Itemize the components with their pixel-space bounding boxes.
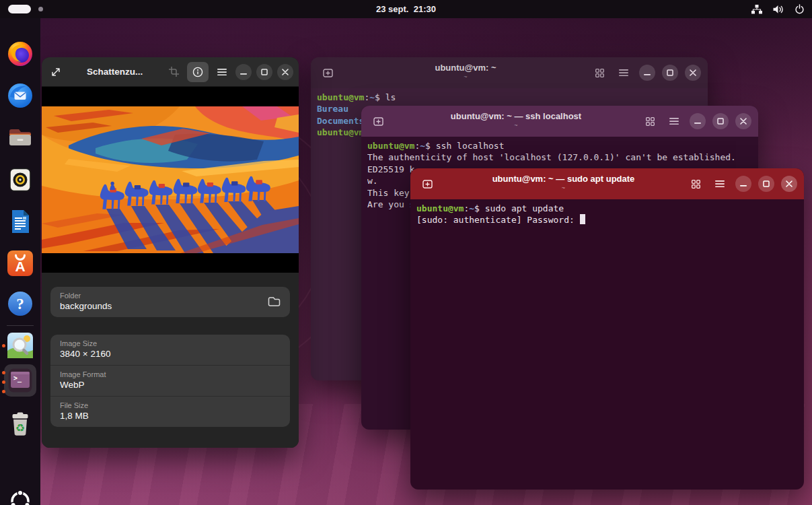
svg-text:>_: >_ xyxy=(13,374,22,382)
dock-item-terminal[interactable]: >_ xyxy=(7,368,33,393)
window-subtitle: ~ xyxy=(451,184,676,191)
terminal-title-block: ubuntu@vm: ~ — sudo apt update ~ xyxy=(451,173,676,191)
running-indicator-terminal-3 xyxy=(2,390,5,393)
maximize-button[interactable] xyxy=(758,176,774,192)
window-title: Schattenzu... xyxy=(87,67,143,77)
open-folder-icon[interactable] xyxy=(268,296,281,307)
running-indicator-image-viewer xyxy=(2,344,5,347)
crop-icon[interactable] xyxy=(165,63,182,81)
ubuntu-logo-icon[interactable] xyxy=(7,487,32,505)
tab-overview-icon[interactable] xyxy=(687,175,704,193)
svg-text:♻: ♻ xyxy=(15,422,25,434)
detail-row: Image Format WebP xyxy=(50,365,290,396)
minimize-button[interactable] xyxy=(235,64,252,80)
window-title: ubuntu@vm: ~ — sudo apt update xyxy=(451,173,676,184)
dock-item-files[interactable] xyxy=(7,125,33,150)
terminal-title-block: ubuntu@vm: ~ ~ xyxy=(351,62,580,80)
folder-label: Folder xyxy=(60,292,112,300)
folder-card: Folder backgrounds xyxy=(50,287,290,317)
system-status-area[interactable] xyxy=(751,4,805,15)
terminal-titlebar[interactable]: ubuntu@vm: ~ — sudo apt update ~ xyxy=(410,168,804,199)
close-icon[interactable] xyxy=(277,64,293,80)
properties-panel: Folder backgrounds Image Size 3840 × 216… xyxy=(42,272,299,448)
dock-item-thunderbird[interactable] xyxy=(7,83,33,108)
window-subtitle: ~ xyxy=(351,73,580,80)
maximize-button[interactable] xyxy=(712,113,729,129)
image-viewer-titlebar[interactable]: Schattenzu... xyxy=(42,57,299,87)
detail-value: 3840 × 2160 xyxy=(60,349,281,359)
new-tab-icon[interactable] xyxy=(369,112,387,130)
minimize-button[interactable] xyxy=(639,65,655,81)
dock-separator xyxy=(7,325,34,326)
close-icon[interactable] xyxy=(685,65,701,81)
svg-text:A: A xyxy=(15,259,25,274)
detail-label: File Size xyxy=(60,401,281,409)
menu-icon[interactable] xyxy=(711,175,729,193)
new-tab-icon[interactable] xyxy=(418,175,436,193)
menu-icon[interactable] xyxy=(213,63,231,81)
clock[interactable]: 23 sept. 21:30 xyxy=(0,4,812,14)
detail-value: WebP xyxy=(60,380,281,390)
new-tab-icon[interactable] xyxy=(319,64,336,81)
dock-item-rhythmbox[interactable] xyxy=(7,167,33,193)
maximize-button[interactable] xyxy=(662,65,678,81)
close-icon[interactable] xyxy=(735,113,751,129)
volume-icon[interactable] xyxy=(772,4,784,15)
dock-item-trash[interactable]: ♻ xyxy=(7,411,33,437)
dock-item-image-viewer[interactable] xyxy=(7,333,33,358)
menu-icon[interactable] xyxy=(615,64,632,81)
detail-label: Image Format xyxy=(60,370,281,378)
dock-item-firefox[interactable] xyxy=(7,41,33,67)
dock-item-help[interactable]: ? xyxy=(7,291,33,316)
terminal-titlebar[interactable]: ubuntu@vm: ~ ~ xyxy=(311,57,708,88)
image-canvas[interactable] xyxy=(42,87,299,272)
camel-caravan-image xyxy=(42,106,299,253)
window-terminal-sudo: ubuntu@vm: ~ — sudo apt update ~ ubuntu@… xyxy=(410,168,804,490)
network-icon[interactable] xyxy=(751,4,762,15)
properties-toggle-button[interactable] xyxy=(187,62,209,82)
close-icon[interactable] xyxy=(781,176,797,192)
detail-value: 1,8 MB xyxy=(60,411,281,421)
dock-item-libreoffice-writer[interactable] xyxy=(7,209,33,234)
terminal-titlebar[interactable]: ubuntu@vm: ~ — ssh localhost ~ xyxy=(361,106,758,137)
running-indicator-terminal-1 xyxy=(2,371,5,374)
running-indicator-terminal-2 xyxy=(2,380,5,384)
detail-label: Image Size xyxy=(60,339,281,347)
terminal-title-block: ubuntu@vm: ~ — ssh localhost ~ xyxy=(402,110,630,129)
window-title: ubuntu@vm: ~ xyxy=(351,62,580,73)
dock-item-app-center[interactable]: A xyxy=(7,250,33,276)
minimize-button[interactable] xyxy=(690,113,706,129)
image-details-group: Image Size 3840 × 2160 Image Format WebP… xyxy=(50,335,290,427)
dock: A ? >_ xyxy=(0,18,40,505)
detail-row: File Size 1,8 MB xyxy=(50,396,290,427)
power-icon[interactable] xyxy=(794,4,805,15)
window-image-viewer: Schattenzu... xyxy=(42,57,299,448)
maximize-button[interactable] xyxy=(256,64,272,80)
tab-overview-icon[interactable] xyxy=(591,64,608,81)
detail-row: Image Size 3840 × 2160 xyxy=(50,335,290,365)
svg-text:?: ? xyxy=(16,296,24,312)
top-bar: 23 sept. 21:30 xyxy=(0,0,812,18)
minimize-button[interactable] xyxy=(735,176,751,192)
window-title: ubuntu@vm: ~ — ssh localhost xyxy=(402,110,630,122)
window-subtitle: ~ xyxy=(402,122,630,129)
terminal-output[interactable]: ubuntu@vm:~$ sudo apt update[sudo: authe… xyxy=(410,199,804,230)
tab-overview-icon[interactable] xyxy=(641,112,659,130)
folder-value: backgrounds xyxy=(60,301,112,311)
menu-icon[interactable] xyxy=(665,112,683,130)
fullscreen-icon[interactable] xyxy=(47,63,65,81)
